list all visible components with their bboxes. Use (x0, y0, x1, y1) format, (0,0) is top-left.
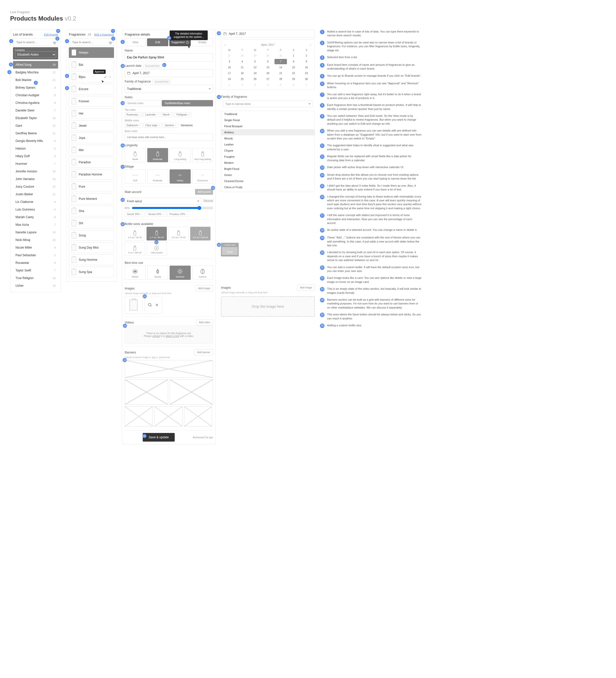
sillage-option[interactable]: Enormous (192, 170, 213, 184)
season-option[interactable]: Spring (147, 266, 168, 280)
tab-view[interactable]: View (125, 38, 146, 46)
sillage-option[interactable]: Moderate (147, 170, 168, 184)
brand-row[interactable]: True Religion10 (13, 274, 58, 282)
date-input-example[interactable]: April 7, 2017 (221, 30, 315, 38)
base-notes-input[interactable] (125, 134, 213, 141)
add-banner-button[interactable]: Add banner (194, 349, 213, 355)
calendar-day[interactable]: 19 (249, 71, 261, 76)
accord-chip[interactable]: Vanela 50% × (146, 212, 166, 217)
fragrance-row[interactable]: Pure (69, 181, 114, 192)
calendar-day[interactable]: 30 (262, 53, 274, 59)
calendar-day[interactable]: 21 (274, 71, 287, 76)
note-chip[interactable]: Jasmine × (163, 123, 178, 128)
note-chip[interactable]: Petitgrain × (175, 112, 191, 117)
brand-row[interactable]: Juicy Couture12 (13, 183, 58, 190)
chip-remove-icon[interactable]: × (175, 124, 177, 127)
chip-remove-icon[interactable]: × (158, 124, 160, 127)
fragrance-row[interactable]: Sung Spa (69, 267, 114, 277)
image-dropzone[interactable]: Drop the image here (221, 296, 315, 317)
fragrance-row[interactable]: Jewel (69, 120, 114, 131)
brand-row[interactable]: Christina Aguilera8 (13, 99, 58, 107)
accord-slider[interactable] (132, 206, 213, 210)
brands-search-input[interactable] (16, 41, 51, 44)
sillage-option[interactable]: Soft (125, 170, 146, 184)
calendar-day[interactable]: 6 (287, 82, 300, 87)
note-chip[interactable]: Galbanum × (125, 123, 143, 128)
fragrance-row[interactable]: Bai (69, 60, 114, 70)
calendar-day[interactable]: 11 (236, 65, 248, 70)
brand-row[interactable]: Justin Bieber21 (13, 190, 58, 198)
brand-row[interactable]: 4Badgley Mischka12 (13, 69, 58, 76)
add-video-button[interactable]: Add video (196, 319, 213, 326)
brand-row[interactable]: Mariah Carey9 (13, 213, 58, 221)
longevity-option[interactable]: Moderate (147, 148, 168, 162)
note-chip[interactable]: Clary sage × (144, 123, 162, 128)
chip-remove-icon[interactable]: × (188, 113, 190, 116)
dropdown-item[interactable]: Floral Bouquet (221, 123, 315, 129)
fragrance-row[interactable]: Pure Moment (69, 193, 114, 204)
calendar-day[interactable]: 8 (287, 59, 300, 64)
chip-remove-icon[interactable]: × (139, 124, 141, 127)
dropdown-item[interactable]: Chypre (221, 148, 315, 154)
cal-next[interactable]: › (310, 43, 311, 46)
chip-remove-icon[interactable]: × (157, 113, 158, 116)
calendar-day[interactable]: 1 (287, 53, 300, 59)
fragrance-row[interactable]: Sung (69, 230, 114, 241)
calendar-popup[interactable]: ‹April, 2017› MTWTFSS2728293031123456789… (221, 39, 315, 90)
calendar-day[interactable]: 13 (262, 65, 274, 70)
brand-row[interactable]: Taylor Swift7 (13, 267, 58, 274)
fragrance-row[interactable]: Hei (69, 108, 114, 119)
tab-suggested[interactable]: 10 The detailed information suggested by… (169, 38, 191, 46)
calendar-day[interactable]: 1 (223, 82, 236, 87)
add-image-button-side[interactable]: Add image (297, 285, 315, 291)
accord-name-input[interactable]: Fresh spicy| (125, 198, 202, 204)
size-option[interactable]: 3.4 oz / 100 ml (190, 227, 210, 240)
calendar-day[interactable]: 28 (274, 76, 287, 82)
calendar-day[interactable]: 27 (223, 53, 236, 59)
calendar-day[interactable]: 25 (236, 76, 248, 82)
calendar-day[interactable]: 28 (236, 53, 248, 59)
brand-row[interactable]: Nicki Minaj10 (13, 236, 58, 244)
brand-row[interactable]: Liz Claiborne4 (13, 198, 58, 206)
notes-tmb[interactable]: Top/Middle/Base notes (162, 100, 213, 106)
dropdown-item[interactable]: Modern (221, 160, 315, 166)
calendar-day[interactable]: 18 (236, 71, 248, 76)
season-option[interactable]: Autumn (192, 266, 213, 280)
brand-row[interactable]: Usher10 (13, 282, 58, 290)
family-dd-search[interactable]: Type to narrow done (223, 101, 313, 107)
fragrance-row[interactable]: 6BijouApprove (69, 72, 114, 82)
dropdown-item[interactable]: Single Floral (221, 117, 315, 123)
calendar-day[interactable]: 4 (236, 59, 248, 64)
size-option[interactable]: 21Add custom (147, 242, 167, 256)
brand-row[interactable]: Max Azria7 (13, 221, 58, 229)
sillage-option[interactable]: Heavy (169, 170, 191, 184)
company-selector[interactable]: Company Elizabeth Arden (13, 47, 58, 60)
filter-icon[interactable] (53, 42, 56, 44)
note-chip[interactable]: Neroli × (161, 112, 174, 117)
edit-brands-link[interactable]: Edit brands (44, 33, 58, 36)
brand-row[interactable]: John Varvatos10 (13, 175, 58, 183)
size-option[interactable]: 1.0 oz / 30 ml (125, 227, 145, 240)
calendar-day[interactable]: 2 (236, 82, 248, 87)
brand-row[interactable]: Lulu Guinness5 (13, 206, 58, 213)
longevity-option[interactable]: Very long lasting (192, 148, 213, 162)
cal-prev[interactable]: ‹ (225, 43, 226, 46)
fragrance-row[interactable]: 8Encore (69, 84, 114, 95)
fragrance-row[interactable]: Sha (69, 206, 114, 216)
fragrance-row[interactable]: Mei (69, 145, 114, 155)
note-chip[interactable]: Lavender × (143, 112, 160, 117)
brand-row[interactable]: Danielle Steel7 (13, 107, 58, 114)
calendar-day[interactable]: 15 (287, 65, 300, 70)
custom-bottle-card[interactable]: Custom size 5 oz| (221, 243, 239, 257)
add-image-button[interactable]: Add image (195, 285, 213, 292)
dropdown-item[interactable]: Ambery (221, 129, 315, 135)
fragrance-row[interactable]: Sung Day Mist (69, 242, 114, 253)
save-button[interactable]: Save & update (143, 433, 175, 442)
calendar-day[interactable]: 7 (300, 82, 313, 87)
chip-remove-icon[interactable]: × (139, 113, 141, 116)
calendar-day[interactable]: 14 (274, 65, 287, 70)
brand-row[interactable]: Rocawear9 (13, 259, 58, 267)
brand-row[interactable]: Hilary Duff9 (13, 152, 58, 160)
longevity-option[interactable]: Weak (125, 148, 146, 162)
size-option[interactable]: 5 oz / 150 ml (125, 242, 145, 256)
